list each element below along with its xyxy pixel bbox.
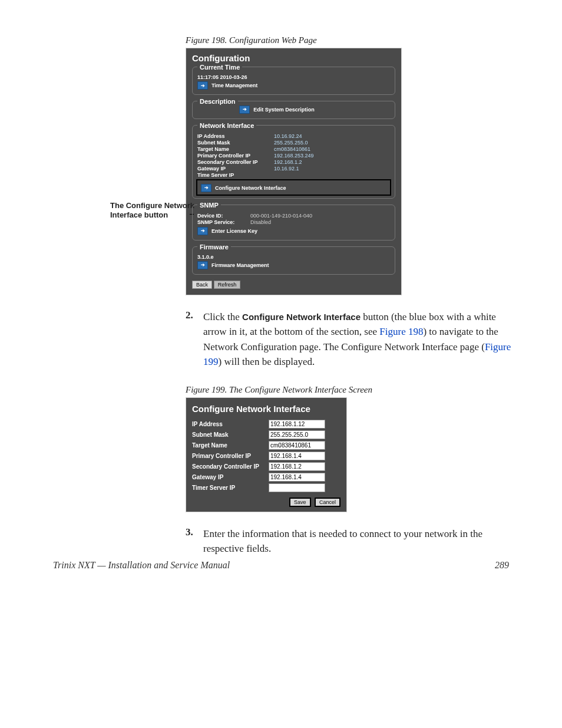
network-interface-section: Network Interface IP Address10.16.92.24 … (192, 125, 395, 199)
time-management-button[interactable]: Time Management (197, 81, 257, 90)
snmp-service-value: Disabled (250, 219, 271, 225)
target-name-value: cm0838410861 (274, 146, 310, 152)
refresh-button[interactable]: Refresh (214, 281, 241, 289)
snmp-legend: SNMP (197, 202, 221, 209)
current-time-section: Current Time 11:17:05 2010-03-26 Time Ma… (192, 67, 395, 95)
step-2: 2. Click the Configure Network Interface… (186, 309, 515, 370)
time-server-label: Time Server IP (197, 172, 268, 177)
ip-address-value: 10.16.92.24 (274, 133, 302, 139)
cancel-button[interactable]: Cancel (315, 498, 340, 507)
current-time-value: 11:17:05 2010-03-26 (197, 74, 390, 80)
figure-199-caption: Figure 199. The Configure Network Interf… (186, 385, 509, 395)
current-time-legend: Current Time (197, 64, 242, 71)
cni-ip-input[interactable] (269, 420, 325, 429)
figure-198-caption: Figure 198. Configuration Web Page (186, 35, 509, 45)
step-3-number: 3. (186, 526, 203, 556)
firmware-legend: Firmware (197, 243, 231, 251)
arrow-icon (197, 261, 208, 269)
device-id-value: 000-001-149-210-014-040 (250, 213, 312, 219)
arrow-icon (197, 227, 208, 235)
callout-configure-network: The Configure Network Interface button (110, 201, 199, 221)
configure-network-title: Configure Network Interface (192, 404, 340, 414)
firmware-management-button[interactable]: Firmware Management (197, 261, 269, 269)
secondary-controller-label: Secondary Controller IP (197, 159, 268, 165)
cni-primary-input[interactable] (269, 452, 325, 460)
cni-subnet-label: Subnet Mask (192, 431, 269, 438)
cni-target-label: Target Name (192, 442, 269, 449)
snmp-service-label: SNMP Service: (197, 219, 244, 225)
cni-subnet-input[interactable] (269, 430, 325, 439)
back-button[interactable]: Back (192, 281, 212, 289)
configure-network-highlight: Configure Network Interface (196, 179, 391, 196)
cni-timer-input[interactable] (269, 483, 325, 492)
firmware-section: Firmware 3.1.0.e Firmware Management (192, 246, 395, 275)
subnet-mask-value: 255.255.255.0 (274, 140, 308, 146)
time-management-label: Time Management (211, 83, 257, 88)
arrow-icon (197, 81, 208, 90)
save-button[interactable]: Save (289, 498, 311, 507)
primary-controller-value: 192.168.253.249 (274, 153, 314, 159)
step-3-text: Enter the information that is needed to … (203, 526, 515, 556)
primary-controller-label: Primary Controller IP (197, 153, 268, 159)
figure-199-screenshot: Configure Network Interface IP Address S… (186, 397, 347, 512)
description-section: Description Edit System Description (192, 101, 395, 119)
config-page-title: Configuration (192, 53, 395, 63)
cni-target-input[interactable] (269, 441, 325, 450)
configure-network-interface-button[interactable]: Configure Network Interface (201, 184, 286, 192)
cni-timer-label: Timer Server IP (192, 485, 269, 491)
figure-198-screenshot: Configuration Current Time 11:17:05 2010… (186, 48, 402, 295)
page-footer: Trinix NXT — Installation and Service Ma… (53, 560, 509, 571)
arrow-icon (201, 184, 211, 192)
firmware-management-label: Firmware Management (211, 262, 269, 268)
device-id-label: Device ID: (197, 213, 244, 219)
cni-secondary-label: Secondary Controller IP (192, 463, 269, 470)
enter-license-key-button[interactable]: Enter License Key (197, 227, 257, 235)
ip-address-label: IP Address (197, 133, 268, 139)
cni-ip-label: IP Address (192, 421, 269, 427)
enter-license-key-label: Enter License Key (211, 228, 257, 234)
step-2-number: 2. (186, 309, 203, 370)
cni-gateway-input[interactable] (269, 473, 325, 482)
arrow-icon (239, 106, 250, 114)
footer-title: Trinix NXT — Installation and Service Ma… (53, 560, 230, 571)
subnet-mask-label: Subnet Mask (197, 140, 268, 146)
cni-secondary-input[interactable] (269, 462, 325, 471)
step-3: 3. Enter the information that is needed … (186, 526, 515, 556)
edit-description-label: Edit System Description (253, 107, 315, 113)
snmp-section: SNMP Device ID:000-001-149-210-014-040 S… (192, 205, 395, 241)
network-interface-legend: Network Interface (197, 122, 256, 129)
cni-gateway-label: Gateway IP (192, 474, 269, 480)
step-2-text: Click the Configure Network Interface bu… (203, 309, 515, 370)
target-name-label: Target Name (197, 146, 268, 152)
gateway-ip-label: Gateway IP (197, 166, 268, 172)
gateway-ip-value: 10.16.92.1 (274, 166, 299, 172)
description-legend: Description (197, 98, 238, 105)
figure-198-link[interactable]: Figure 198 (379, 326, 423, 337)
cni-primary-label: Primary Controller IP (192, 453, 269, 459)
edit-description-button[interactable]: Edit System Description (239, 106, 315, 114)
configure-network-interface-label: Configure Network Interface (215, 185, 286, 191)
page-number: 289 (495, 560, 509, 571)
firmware-version: 3.1.0.e (197, 254, 390, 260)
secondary-controller-value: 192.168.1.2 (274, 159, 302, 165)
